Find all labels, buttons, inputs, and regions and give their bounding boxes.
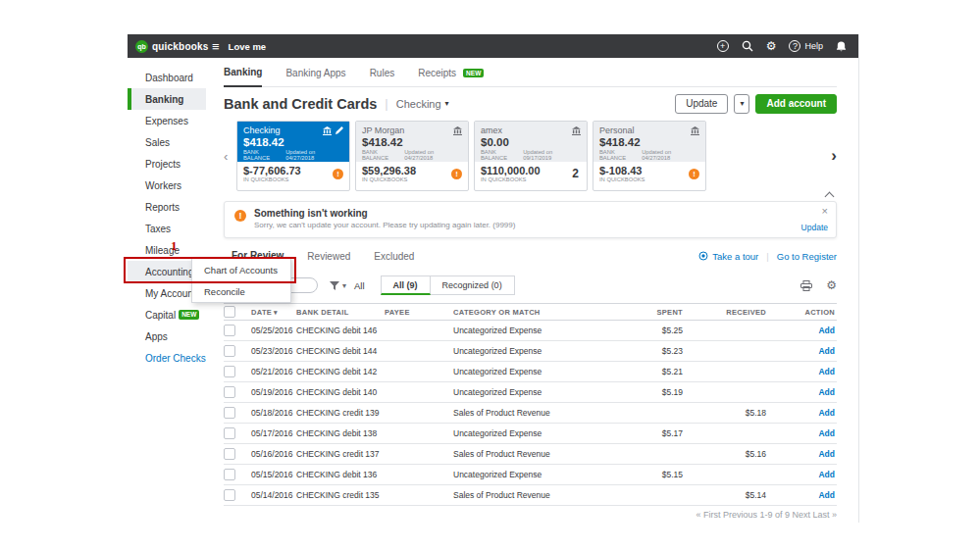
- print-icon[interactable]: [800, 280, 812, 291]
- cell-date: 05/21/2016: [251, 367, 296, 376]
- filter-dropdown[interactable]: ▾: [330, 281, 346, 290]
- update-button[interactable]: Update: [675, 94, 728, 114]
- table-row[interactable]: 05/21/2016 CHECKING debit 142 Uncategori…: [224, 362, 837, 382]
- add-link[interactable]: Add: [818, 428, 835, 438]
- sidebar-item-banking[interactable]: Banking: [128, 88, 206, 110]
- pagination[interactable]: « First Previous 1-9 of 9 Next Last »: [224, 510, 837, 520]
- row-checkbox[interactable]: [224, 489, 235, 501]
- alert-update-link[interactable]: Update: [801, 223, 828, 232]
- warning-icon[interactable]: !: [451, 169, 462, 179]
- in-quickbooks-label: IN QUICKBOOKS: [481, 176, 581, 182]
- cell-spent: $5.23: [610, 346, 689, 356]
- sidebar-item-projects[interactable]: Projects: [128, 153, 206, 175]
- tab-banking-apps[interactable]: Banking Apps: [285, 68, 345, 86]
- notifications-bell-icon[interactable]: [836, 40, 847, 52]
- add-link[interactable]: Add: [818, 449, 835, 459]
- row-checkbox[interactable]: [224, 366, 235, 377]
- update-dropdown-button[interactable]: ▾: [734, 94, 749, 114]
- add-link[interactable]: Add: [818, 490, 835, 500]
- account-card-personal[interactable]: Personal $418.42 BANK BALANCE Updated on…: [593, 121, 706, 191]
- warning-icon[interactable]: !: [333, 169, 343, 179]
- help-button[interactable]: ? Help: [789, 40, 823, 52]
- table-row[interactable]: 05/17/2016 CHECKING debit 138 Uncategori…: [224, 424, 837, 444]
- cell-received: $5.14: [689, 490, 772, 500]
- select-all-checkbox[interactable]: [224, 306, 235, 318]
- add-link[interactable]: Add: [818, 470, 835, 479]
- close-icon[interactable]: ×: [822, 205, 828, 217]
- gear-icon[interactable]: ⚙: [766, 40, 777, 52]
- search-icon[interactable]: [742, 40, 753, 52]
- edit-pencil-icon[interactable]: [335, 126, 343, 134]
- table-settings-gear-icon[interactable]: ⚙: [826, 279, 837, 291]
- column-category[interactable]: CATEGORY OR MATCH: [453, 308, 610, 317]
- collapse-chevron-up-icon[interactable]: [825, 192, 835, 202]
- sidebar-item-expenses[interactable]: Expenses: [128, 110, 206, 131]
- tab-banking[interactable]: Banking: [224, 67, 262, 87]
- accounting-flyout-menu: Chart of Accounts Reconcile: [191, 258, 291, 303]
- column-bank-detail[interactable]: BANK DETAIL: [296, 308, 385, 317]
- bank-balance-label: BANK BALANCE: [481, 149, 523, 161]
- cell-category: Uncategorized Expense: [453, 367, 610, 376]
- tab-excluded[interactable]: Excluded: [374, 245, 414, 267]
- new-badge: NEW: [463, 69, 484, 78]
- tab-rules[interactable]: Rules: [370, 68, 395, 86]
- account-selector-dropdown[interactable]: Checking ▾: [396, 98, 449, 110]
- create-plus-icon[interactable]: +: [717, 40, 729, 52]
- bank-balance-amount: $0.00: [481, 136, 581, 148]
- bank-balance-label: BANK BALANCE: [243, 149, 285, 161]
- sidebar-item-reports[interactable]: Reports: [128, 196, 206, 218]
- quickbooks-logo[interactable]: qb quickbooks: [135, 40, 204, 53]
- account-card-jp-morgan[interactable]: JP Morgan $418.42 BANK BALANCE Updated o…: [355, 121, 469, 191]
- table-header: DATE▾ BANK DETAIL PAYEE CATEGORY OR MATC…: [224, 303, 837, 321]
- sidebar-item-sales[interactable]: Sales: [128, 131, 206, 153]
- account-card-amex[interactable]: amex $0.00 BANK BALANCE Updated on 09/17…: [474, 121, 588, 191]
- row-checkbox[interactable]: [224, 345, 235, 357]
- add-link[interactable]: Add: [818, 367, 835, 376]
- add-link[interactable]: Add: [818, 326, 835, 335]
- take-a-tour-link[interactable]: Take a tour: [698, 251, 758, 262]
- account-card-checking[interactable]: Checking $418.42 BANK BALANCE Updated on…: [236, 121, 350, 191]
- go-to-register-link[interactable]: Go to Register: [777, 251, 837, 262]
- sidebar-item-order-checks[interactable]: Order Checks: [128, 347, 206, 369]
- account-selector-label: Checking: [396, 98, 441, 110]
- add-link[interactable]: Add: [818, 387, 835, 397]
- hamburger-menu-icon[interactable]: ≡: [212, 40, 220, 53]
- row-checkbox[interactable]: [224, 325, 235, 336]
- flyout-item-chart-of-accounts[interactable]: Chart of Accounts: [192, 259, 290, 280]
- row-checkbox[interactable]: [224, 448, 235, 460]
- chip-recognized[interactable]: Recognized (0): [431, 276, 515, 295]
- column-payee[interactable]: PAYEE: [385, 308, 453, 317]
- row-checkbox[interactable]: [224, 386, 235, 398]
- table-row[interactable]: 05/19/2016 CHECKING debit 140 Uncategori…: [224, 382, 837, 403]
- table-row[interactable]: 05/18/2016 CHECKING credit 139 Sales of …: [224, 403, 837, 424]
- sidebar-item-workers[interactable]: Workers: [128, 175, 206, 196]
- table-row[interactable]: 05/25/2016 CHECKING debit 146 Uncategori…: [224, 321, 837, 341]
- flyout-item-reconcile[interactable]: Reconcile: [192, 280, 290, 302]
- cell-date: 05/15/2016: [251, 470, 296, 479]
- sidebar-item-capital[interactable]: Capital NEW: [128, 304, 206, 326]
- table-row[interactable]: 05/15/2016 CHECKING debit 136 Uncategori…: [224, 465, 837, 485]
- table-row[interactable]: 05/16/2016 CHECKING credit 137 Sales of …: [224, 444, 837, 465]
- tab-reviewed[interactable]: Reviewed: [307, 245, 350, 267]
- carousel-right-icon[interactable]: ›: [831, 146, 837, 166]
- warning-icon[interactable]: !: [689, 169, 699, 179]
- row-checkbox[interactable]: [224, 469, 235, 480]
- column-spent[interactable]: SPENT: [610, 308, 689, 317]
- column-received[interactable]: RECEIVED: [689, 308, 772, 317]
- sidebar-item-apps[interactable]: Apps: [128, 326, 206, 347]
- carousel-left-icon[interactable]: ‹: [224, 149, 232, 164]
- row-checkbox[interactable]: [224, 427, 235, 439]
- tab-label: Receipts: [418, 68, 456, 78]
- sidebar-item-taxes[interactable]: Taxes: [128, 218, 206, 239]
- table-row[interactable]: 05/23/2016 CHECKING debit 144 Uncategori…: [224, 341, 837, 362]
- tab-receipts[interactable]: Receipts NEW: [418, 68, 484, 86]
- table-row[interactable]: 05/14/2016 CHECKING credit 135 Sales of …: [224, 485, 837, 506]
- row-checkbox[interactable]: [224, 407, 235, 419]
- add-account-button[interactable]: Add account: [755, 94, 837, 114]
- column-date[interactable]: DATE▾: [251, 308, 296, 317]
- chip-all[interactable]: All (9): [381, 276, 431, 295]
- cell-date: 05/19/2016: [251, 387, 296, 397]
- add-link[interactable]: Add: [818, 346, 835, 356]
- add-link[interactable]: Add: [818, 408, 835, 418]
- sidebar-item-dashboard[interactable]: Dashboard: [128, 67, 206, 88]
